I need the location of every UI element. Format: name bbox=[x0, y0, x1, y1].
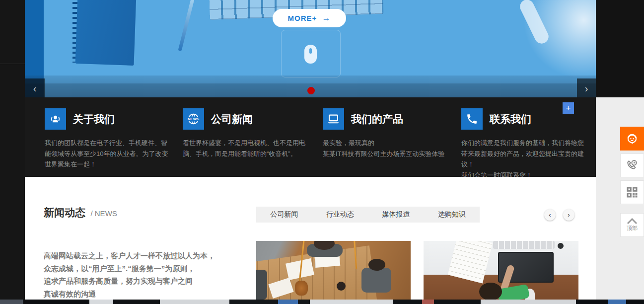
feature-title: 我们的产品 bbox=[351, 112, 403, 126]
taskbar-item[interactable] bbox=[89, 300, 113, 304]
phone-icon bbox=[461, 108, 483, 130]
right-margin: 顶部 bbox=[596, 0, 644, 304]
sketch-paper-graphic bbox=[448, 241, 493, 283]
feature-contact[interactable]: 联系我们 你们的满意是我们服务的基础，我们将给您带来最新最好的产品，欢迎您提出宝… bbox=[461, 108, 586, 180]
news-title-cn: 新闻动态 bbox=[44, 207, 85, 218]
feature-text: 你们的满意是我们服务的基础，我们将给您带来最新最好的产品，欢迎您提出宝贵的建议！… bbox=[461, 138, 586, 180]
keyboard-graphic bbox=[493, 241, 555, 249]
back-to-top-button[interactable]: 顶部 bbox=[620, 213, 644, 237]
feature-text: 最实验，最玩真的 某某IT科技有限公司主办场景互动实验体验 bbox=[323, 138, 448, 159]
mug-graphic bbox=[337, 282, 346, 291]
feature-text: 我们的团队都是在电子行业、手机硬件、智能领域等从事至少10年的从业者。为了改变世… bbox=[45, 138, 170, 170]
pen-graphic bbox=[178, 0, 195, 51]
feature-about[interactable]: 关于我们 我们的团队都是在电子行业、手机硬件、智能领域等从事至少10年的从业者。… bbox=[45, 108, 170, 170]
arrow-right-icon: → bbox=[322, 13, 331, 23]
taskbar-item[interactable] bbox=[160, 300, 229, 304]
hotline-button[interactable] bbox=[620, 153, 644, 177]
taskbar-item[interactable] bbox=[24, 300, 88, 304]
carousel-dot-active[interactable] bbox=[307, 87, 315, 94]
customer-service-icon bbox=[625, 132, 639, 146]
qr-code-icon bbox=[625, 185, 639, 199]
more-button[interactable]: MORE+ → bbox=[273, 9, 346, 27]
webcam-graphic bbox=[558, 243, 564, 249]
notebook-graphic bbox=[75, 0, 137, 66]
taskbar-item[interactable] bbox=[114, 300, 159, 304]
scroll-mouse-icon bbox=[304, 45, 317, 64]
feature-header: 关于我们 bbox=[45, 108, 170, 130]
taskbar-item[interactable] bbox=[278, 300, 298, 304]
carousel-prev-button[interactable]: ‹ bbox=[25, 78, 45, 97]
taskbar bbox=[0, 300, 644, 304]
feature-header: 我们的产品 bbox=[323, 108, 448, 130]
taskbar-item[interactable] bbox=[608, 300, 626, 304]
mouse-wheel-graphic bbox=[309, 48, 312, 54]
svg-text:NEWS: NEWS bbox=[188, 117, 199, 121]
hero-carousel: MORE+ → ‹ › bbox=[25, 0, 596, 97]
news-section-title: 新闻动态 / NEWS bbox=[44, 206, 117, 220]
person-graphic bbox=[361, 268, 391, 293]
more-button-label: MORE+ bbox=[288, 14, 317, 22]
laptop-icon bbox=[323, 108, 344, 130]
qrcode-button[interactable] bbox=[620, 180, 644, 204]
page: MORE+ → ‹ › + 关于我们 我们的团队都是在电子行业、手机硬件、智能领… bbox=[0, 0, 644, 304]
left-margin bbox=[0, 0, 25, 300]
support-person-icon bbox=[45, 108, 66, 130]
person-hair-graphic bbox=[368, 259, 385, 271]
news-tabs: 公司新闻 行业动态 媒体报道 选购知识 bbox=[256, 207, 480, 223]
right-margin-top bbox=[596, 0, 644, 97]
person-graphic bbox=[256, 270, 267, 300]
feature-header: 联系我们 bbox=[461, 108, 586, 130]
feature-news[interactable]: NEWS 公司新闻 看世界杯盛宴，不是用电视机、也不是用电脑、手机，而是用能看能… bbox=[183, 108, 308, 159]
feature-title: 关于我们 bbox=[73, 112, 115, 126]
lamp-graphic bbox=[295, 281, 308, 296]
features-section: + 关于我们 我们的团队都是在电子行业、手机硬件、智能领域等从事至少10年的从业… bbox=[25, 97, 596, 177]
tab-media-reports[interactable]: 媒体报道 bbox=[368, 207, 424, 223]
news-photo-1[interactable] bbox=[256, 241, 411, 300]
person-hair-graphic bbox=[479, 283, 502, 300]
feature-title: 公司新闻 bbox=[211, 112, 253, 126]
news-intro-text: 高端网站载云之上，客户人才一样不放过以人为本， 众志成城，以“用户至上”.“服务… bbox=[44, 249, 262, 300]
feature-title: 联系我们 bbox=[490, 112, 531, 126]
news-prev-button[interactable]: ‹ bbox=[544, 209, 556, 221]
taskbar-item[interactable] bbox=[0, 300, 23, 304]
carousel-next-button[interactable]: › bbox=[577, 78, 596, 97]
tab-industry-trends[interactable]: 行业动态 bbox=[312, 207, 368, 223]
news-photo-2[interactable] bbox=[424, 241, 578, 300]
divider bbox=[0, 64, 25, 64]
feature-header: NEWS 公司新闻 bbox=[183, 108, 308, 130]
news-section: 新闻动态 / NEWS 公司新闻 行业动态 媒体报道 选购知识 ‹ › 高端网站… bbox=[25, 177, 596, 300]
phone-clock-icon bbox=[625, 158, 639, 172]
chevron-up-icon bbox=[627, 218, 638, 224]
divider bbox=[0, 35, 25, 35]
taskbar-item[interactable] bbox=[394, 300, 480, 304]
tab-company-news[interactable]: 公司新闻 bbox=[256, 207, 312, 223]
taskbar-item[interactable] bbox=[310, 300, 393, 304]
news-next-button[interactable]: › bbox=[563, 209, 574, 221]
taskbar-item[interactable] bbox=[422, 300, 434, 304]
feature-products[interactable]: 我们的产品 最实验，最玩真的 某某IT科技有限公司主办场景互动实验体验 bbox=[323, 108, 448, 159]
feature-text: 看世界杯盛宴，不是用电视机、也不是用电脑、手机，而是用能看能听的“收音机”。 bbox=[183, 138, 308, 159]
news-title-en: / NEWS bbox=[90, 209, 117, 218]
taskbar-item[interactable] bbox=[481, 300, 576, 304]
tab-shopping-knowledge[interactable]: 选购知识 bbox=[424, 207, 480, 223]
back-to-top-label: 顶部 bbox=[627, 225, 638, 232]
customer-service-button[interactable] bbox=[620, 127, 644, 151]
news-globe-icon: NEWS bbox=[183, 108, 204, 130]
